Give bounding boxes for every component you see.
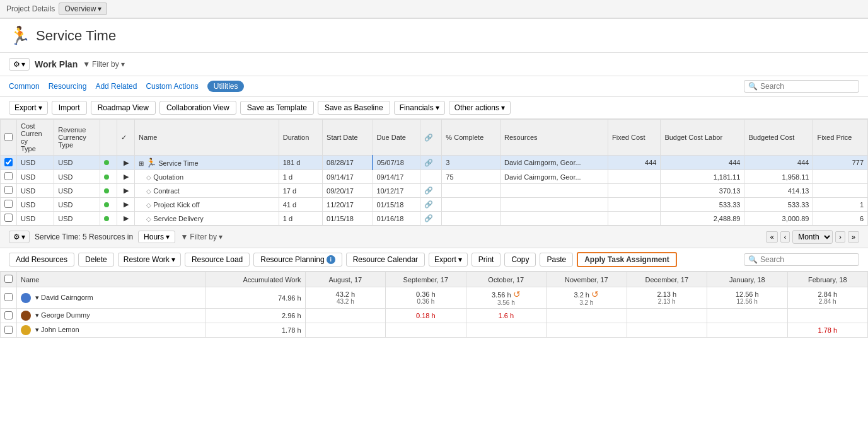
add-resources-button[interactable]: Add Resources bbox=[9, 253, 74, 267]
filter-by-button[interactable]: ▼ Filter by ▾ bbox=[83, 60, 125, 69]
task-name: ◇ Contract bbox=[135, 184, 279, 198]
search-icon: 🔍 bbox=[748, 82, 758, 91]
task-name: ◇ Project Kick off bbox=[135, 198, 279, 212]
month-cell: 2.13 h 2.13 h bbox=[627, 287, 707, 309]
cost-currency: USD bbox=[17, 170, 54, 184]
table-row[interactable]: USD USD ▶ ◇ Project Kick off 41 d 11/20/… bbox=[1, 198, 868, 212]
copy-button[interactable]: Copy bbox=[504, 253, 536, 267]
nav-next-next-button[interactable]: » bbox=[848, 231, 859, 243]
status-dot bbox=[100, 170, 117, 184]
table-row[interactable]: USD USD ▶ ⊞ 🏃 Service Time 181 d 08/28/1… bbox=[1, 156, 868, 170]
page-title: Service Time bbox=[36, 28, 116, 44]
resource-checkbox[interactable] bbox=[4, 293, 13, 301]
lower-export-button[interactable]: Export ▾ bbox=[429, 253, 468, 267]
resource-row[interactable]: ▾ George Dummy 2.96 h 0.18 h 1.6 h bbox=[1, 309, 868, 323]
print-button[interactable]: Print bbox=[472, 253, 501, 267]
lower-filter-button[interactable]: ▼ Filter by ▾ bbox=[180, 232, 223, 241]
resource-row[interactable]: ▾ John Lemon 1.78 h 1.78 h bbox=[1, 323, 868, 338]
row-checkbox[interactable] bbox=[4, 200, 13, 208]
task-name: ◇ Quotation bbox=[135, 170, 279, 184]
import-button[interactable]: Import bbox=[52, 101, 87, 115]
res-col-dec17: December, 17 bbox=[627, 272, 707, 287]
res-col-jan18: January, 18 bbox=[707, 272, 787, 287]
due-date: 05/07/18 bbox=[373, 156, 420, 170]
tab-resourcing[interactable]: Resourcing bbox=[49, 82, 87, 91]
nav-next-button[interactable]: › bbox=[835, 231, 845, 243]
row-checkbox[interactable] bbox=[4, 186, 13, 194]
other-actions-button[interactable]: Other actions ▾ bbox=[449, 101, 511, 115]
table-row[interactable]: USD USD ▶ ◇ Service Delivery 1 d 01/15/1… bbox=[1, 212, 868, 226]
delete-button[interactable]: Delete bbox=[78, 253, 114, 267]
search-input[interactable] bbox=[760, 82, 855, 91]
col-dot bbox=[100, 120, 117, 156]
month-cell: 0.36 h 0.36 h bbox=[386, 287, 466, 309]
resource-checkbox[interactable] bbox=[4, 326, 13, 334]
resource-row[interactable]: ▾ David Cairngorm 74.96 h 43.2 h 43.2 h … bbox=[1, 287, 868, 309]
play-button[interactable]: ▶ bbox=[117, 212, 135, 226]
table-row[interactable]: USD USD ▶ ◇ Quotation 1 d 09/14/17 09/14… bbox=[1, 170, 868, 184]
table-row[interactable]: USD USD ▶ ◇ Contract 17 d 09/20/17 10/12… bbox=[1, 184, 868, 198]
fixed-price: 1 bbox=[813, 198, 868, 212]
resource-calendar-button[interactable]: Resource Calendar bbox=[346, 253, 425, 267]
pct-complete bbox=[442, 198, 501, 212]
play-button[interactable]: ▶ bbox=[117, 198, 135, 212]
tab-custom-actions[interactable]: Custom Actions bbox=[146, 82, 198, 91]
resource-checkbox[interactable] bbox=[4, 311, 13, 319]
hours-dropdown-button[interactable]: Hours ▾ bbox=[138, 231, 175, 243]
link-icon: 🔗 bbox=[420, 212, 442, 226]
fixed-cost bbox=[608, 170, 661, 184]
due-date: 10/12/17 bbox=[373, 184, 420, 198]
resource-planning-button[interactable]: Resource Planning i bbox=[253, 253, 342, 267]
financials-button[interactable]: Financials ▾ bbox=[394, 101, 445, 115]
save-as-baseline-button[interactable]: Save as Baseline bbox=[318, 101, 390, 115]
month-cell: 2.84 h 2.84 h bbox=[787, 287, 868, 309]
res-col-oct17: October, 17 bbox=[466, 272, 546, 287]
status-dot bbox=[100, 184, 117, 198]
roadmap-view-button[interactable]: Roadmap View bbox=[91, 101, 156, 115]
filter-icon: ▼ bbox=[83, 60, 90, 69]
due-date: 01/15/18 bbox=[373, 198, 420, 212]
month-cell bbox=[305, 323, 385, 338]
resources: David Cairngorm, Geor... bbox=[501, 156, 608, 170]
play-button[interactable]: ▶ bbox=[117, 184, 135, 198]
save-as-template-button[interactable]: Save as Template bbox=[240, 101, 314, 115]
lower-gear-button[interactable]: ⚙ ▾ bbox=[9, 231, 30, 243]
export-button[interactable]: Export ▾ bbox=[9, 101, 48, 115]
restore-work-button[interactable]: Restore Work ▾ bbox=[118, 253, 181, 267]
resource-load-button[interactable]: Resource Load bbox=[185, 253, 250, 267]
paste-button[interactable]: Paste bbox=[540, 253, 573, 267]
cost-currency: USD bbox=[17, 212, 54, 226]
tab-utilities[interactable]: Utilities bbox=[207, 81, 245, 92]
tab-common[interactable]: Common bbox=[9, 82, 40, 91]
month-select[interactable]: Month Week Day bbox=[792, 230, 833, 244]
resource-select-all[interactable] bbox=[4, 275, 13, 283]
row-checkbox[interactable] bbox=[4, 214, 13, 222]
project-details-link[interactable]: Project Details bbox=[6, 4, 55, 13]
nav-prev-button[interactable]: ‹ bbox=[780, 231, 790, 243]
rev-currency: USD bbox=[54, 212, 100, 226]
pct-complete bbox=[442, 184, 501, 198]
lower-search-input[interactable] bbox=[760, 255, 855, 264]
select-all-checkbox[interactable] bbox=[4, 133, 13, 141]
apply-task-assignment-button[interactable]: Apply Task Assignment bbox=[577, 252, 677, 267]
month-cell bbox=[707, 323, 787, 338]
rev-currency: USD bbox=[54, 184, 100, 198]
play-button[interactable]: ▶ bbox=[117, 156, 135, 170]
row-checkbox[interactable] bbox=[4, 158, 13, 166]
play-button[interactable]: ▶ bbox=[117, 170, 135, 184]
collaboration-view-button[interactable]: Collaboration View bbox=[159, 101, 236, 115]
tab-add-related[interactable]: Add Related bbox=[95, 82, 137, 91]
fixed-cost bbox=[608, 184, 661, 198]
fixed-price: 6 bbox=[813, 212, 868, 226]
workplan-gear-button[interactable]: ⚙ ▾ bbox=[9, 58, 30, 71]
nav-prev-prev-button[interactable]: « bbox=[766, 231, 777, 243]
fixed-cost bbox=[608, 212, 661, 226]
row-checkbox[interactable] bbox=[4, 172, 13, 180]
budgeted-cost: 3,000.89 bbox=[744, 212, 813, 226]
month-cell bbox=[707, 309, 787, 323]
col-check: ✓ bbox=[117, 120, 135, 156]
month-cell: 12.56 h 12.56 h bbox=[707, 287, 787, 309]
duration: 41 d bbox=[279, 198, 322, 212]
overview-dropdown[interactable]: Overview ▾ bbox=[59, 3, 107, 15]
lower-filter-icon: ▼ bbox=[180, 232, 188, 241]
